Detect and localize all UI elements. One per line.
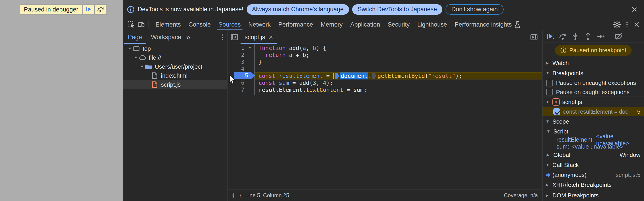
code-line-current[interactable]: const resultElement = document.getElemen… bbox=[228, 72, 542, 80]
toast-resume-button[interactable] bbox=[82, 5, 94, 14]
code-editor[interactable]: ▼ 1function add(a, b) { 2 return a + b; … bbox=[228, 44, 542, 190]
tab-performance[interactable]: Performance bbox=[274, 19, 317, 30]
breakpoint-enabled-checkbox[interactable] bbox=[553, 108, 560, 115]
section-scope[interactable]: ▼ Scope bbox=[542, 116, 644, 127]
scope-variable-resultelement[interactable]: resultElement: <value unavailable> bbox=[542, 136, 644, 143]
code-line[interactable]: 6const sum = add(3, 4); bbox=[228, 80, 542, 86]
toggle-debugger-panel-icon[interactable] bbox=[529, 32, 539, 42]
inline-step-marker[interactable] bbox=[372, 73, 377, 79]
section-watch[interactable]: ▶ Watch bbox=[542, 58, 644, 68]
tab-elements[interactable]: Elements bbox=[152, 19, 185, 30]
code-token: document bbox=[340, 72, 368, 80]
step-into-icon[interactable] bbox=[570, 32, 580, 41]
code-line[interactable]: 2 return a + b; bbox=[228, 52, 542, 58]
section-breakpoints[interactable]: ▼ Breakpoints bbox=[542, 68, 644, 78]
settings-gear-icon[interactable] bbox=[612, 20, 622, 30]
scope-variable-sum[interactable]: sum: <value unavailable> bbox=[542, 143, 644, 150]
navigator-tab-page[interactable]: Page bbox=[123, 30, 146, 44]
infobar-close-icon[interactable] bbox=[630, 6, 638, 13]
tab-lighthouse[interactable]: Lighthouse bbox=[413, 19, 451, 30]
toast-step-over-button[interactable] bbox=[95, 5, 106, 14]
collapse-arrow-icon[interactable]: ▶ bbox=[546, 182, 552, 187]
code-token: = bbox=[323, 73, 333, 79]
line-number[interactable]: 3 bbox=[228, 58, 254, 66]
tree-item-index-html[interactable]: index.html bbox=[123, 71, 227, 80]
dont-show-again-button[interactable]: Don't show again bbox=[446, 4, 504, 15]
expand-arrow-icon[interactable]: ▼ bbox=[546, 119, 552, 124]
section-xhr-label: XHR/fetch Breakpoints bbox=[552, 182, 612, 188]
code-token: add( bbox=[286, 45, 302, 51]
tab-close-icon[interactable]: × bbox=[269, 34, 273, 41]
tree-item-project-folder[interactable]: ▼ Users/user/project bbox=[123, 62, 227, 71]
inline-step-marker-active[interactable] bbox=[334, 73, 339, 79]
section-dom-breakpoints[interactable]: ▶ DOM Breakpoints bbox=[542, 190, 644, 201]
line-number[interactable]: 4 bbox=[228, 66, 254, 72]
step-out-icon[interactable] bbox=[583, 32, 593, 41]
execution-line-badge[interactable]: 5 bbox=[234, 72, 255, 79]
code-line[interactable]: 1function add(a, b) { bbox=[228, 44, 542, 52]
debugger-pane: Paused on breakpoint ▶ Watch ▼ Breakpoin… bbox=[542, 30, 644, 201]
tab-application[interactable]: Application bbox=[346, 19, 384, 30]
tree-item-file-protocol[interactable]: ▼ file:// bbox=[123, 53, 227, 62]
switch-to-japanese-button[interactable]: Switch DevTools to Japanese bbox=[352, 4, 442, 15]
collapse-arrow-icon[interactable]: ▶ bbox=[546, 61, 552, 66]
code-text bbox=[254, 66, 258, 72]
toggle-navigator-panel-icon[interactable] bbox=[229, 32, 240, 42]
pause-uncaught-checkbox[interactable] bbox=[546, 80, 553, 86]
code-token: function bbox=[258, 45, 286, 51]
step-icon[interactable] bbox=[596, 32, 606, 41]
code-token: sum bbox=[279, 80, 289, 86]
more-kebab-icon[interactable] bbox=[622, 20, 632, 30]
expand-arrow-icon[interactable]: ▼ bbox=[546, 163, 552, 167]
code-text: const sum = add(3, 4); bbox=[254, 80, 333, 86]
section-call-stack[interactable]: ▼ Call Stack bbox=[542, 160, 644, 170]
code-token: textContent bbox=[306, 87, 344, 93]
pretty-print-icon[interactable]: { } bbox=[232, 192, 242, 198]
expand-arrow-icon[interactable]: ▼ bbox=[546, 71, 552, 76]
pause-uncaught-row[interactable]: Pause on uncaught exceptions bbox=[542, 78, 644, 88]
code-fold-arrow-icon[interactable]: ▼ bbox=[248, 46, 252, 50]
deactivate-breakpoints-icon[interactable] bbox=[614, 32, 624, 41]
expand-arrow-icon[interactable]: ▼ bbox=[546, 129, 553, 134]
tree-item-script-js[interactable]: script.js bbox=[123, 80, 227, 89]
breakpoint-file-group[interactable]: ▼ ‹› script.js bbox=[542, 97, 644, 107]
code-line[interactable]: 4 bbox=[228, 66, 542, 72]
section-xhr-breakpoints[interactable]: ▶ XHR/fetch Breakpoints bbox=[542, 180, 644, 190]
call-stack-frame[interactable]: (anonymous) script.js:5 bbox=[542, 170, 644, 180]
collapse-arrow-icon[interactable]: ▶ bbox=[546, 152, 553, 157]
code-line[interactable]: 3} bbox=[228, 58, 542, 66]
scope-global-group[interactable]: ▶ Global Window bbox=[542, 150, 644, 160]
navigator-tab-workspace[interactable]: Workspace bbox=[146, 30, 186, 44]
expand-arrow-icon[interactable]: ▼ bbox=[546, 100, 552, 104]
expand-arrow-icon[interactable]: ▼ bbox=[139, 64, 145, 69]
cursor-position: Line 5, Column 25 bbox=[245, 192, 289, 198]
breakpoint-file-label: script.js bbox=[562, 98, 582, 106]
tree-item-top[interactable]: ▼ top bbox=[123, 44, 227, 53]
line-number[interactable]: 7 bbox=[228, 86, 254, 94]
pause-caught-row[interactable]: Pause on caught exceptions bbox=[542, 88, 644, 97]
line-number[interactable]: 2 bbox=[228, 52, 254, 58]
always-match-language-button[interactable]: Always match Chrome's language bbox=[246, 4, 349, 15]
collapse-arrow-icon[interactable]: ▶ bbox=[546, 193, 552, 198]
tab-memory[interactable]: Memory bbox=[317, 19, 346, 30]
devtools-close-icon[interactable] bbox=[632, 20, 642, 30]
device-toolbar-icon[interactable] bbox=[136, 20, 146, 30]
resume-icon[interactable] bbox=[545, 32, 555, 41]
navigator-header: Page Workspace » bbox=[123, 30, 227, 44]
expand-arrow-icon[interactable]: ▼ bbox=[133, 56, 139, 60]
tab-sources[interactable]: Sources bbox=[215, 19, 244, 30]
step-over-icon[interactable] bbox=[558, 32, 568, 41]
inspect-icon[interactable] bbox=[126, 20, 136, 30]
step-over-icon bbox=[97, 6, 104, 14]
pause-caught-checkbox[interactable] bbox=[546, 89, 553, 96]
more-tabs-chevron[interactable]: » bbox=[186, 33, 190, 42]
tab-console[interactable]: Console bbox=[185, 19, 215, 30]
tab-network[interactable]: Network bbox=[244, 19, 274, 30]
editor-tab-script-js[interactable]: script.js × bbox=[240, 30, 278, 44]
code-line[interactable]: 7resultElement.textContent = sum; bbox=[228, 86, 542, 94]
tab-security[interactable]: Security bbox=[384, 19, 414, 30]
tab-performance-insights[interactable]: Performance insights bbox=[451, 19, 525, 30]
expand-arrow-icon[interactable]: ▼ bbox=[127, 46, 133, 51]
breakpoint-entry[interactable]: const resultElement = doc⋯ 5 bbox=[542, 107, 644, 116]
navigator-more-kebab-icon[interactable] bbox=[222, 34, 223, 40]
